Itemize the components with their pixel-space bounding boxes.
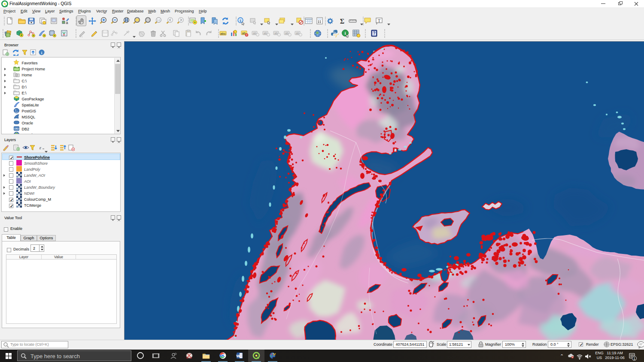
svg-text:1:1: 1:1 bbox=[157, 19, 160, 21]
svg-text:W: W bbox=[236, 354, 240, 358]
svg-text:?: ? bbox=[373, 31, 375, 36]
svg-text:ε: ε bbox=[39, 145, 42, 150]
svg-text:Σ: Σ bbox=[340, 18, 344, 25]
svg-text:i: i bbox=[344, 30, 346, 36]
svg-text:ab: ab bbox=[253, 32, 256, 35]
svg-text:a: a bbox=[66, 21, 68, 25]
svg-text:ab: ab bbox=[274, 32, 278, 35]
svg-text:T: T bbox=[378, 18, 380, 23]
svg-text:ab: ab bbox=[296, 32, 299, 35]
svg-text:ab: ab bbox=[285, 32, 289, 35]
svg-text:ab: ab bbox=[264, 32, 267, 35]
svg-text:abc: abc bbox=[220, 32, 226, 36]
svg-text:DB2: DB2 bbox=[14, 127, 19, 130]
